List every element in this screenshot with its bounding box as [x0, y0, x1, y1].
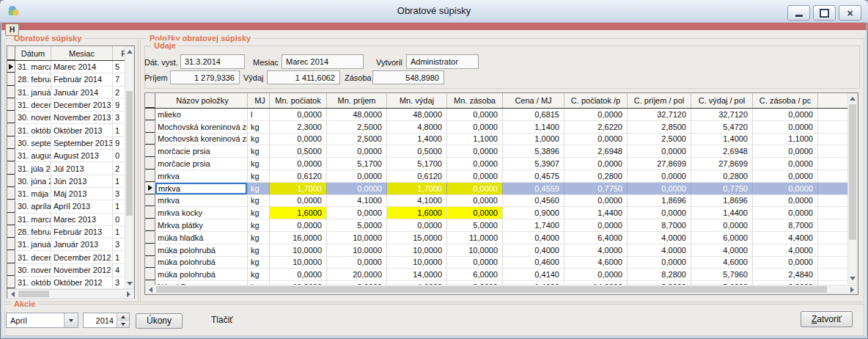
value-cell[interactable]: 4,0000 [628, 232, 691, 244]
value-cell[interactable]: 1,4400 [564, 207, 628, 219]
value-cell[interactable]: 5,0000 [327, 219, 387, 231]
item-name-cell[interactable]: Mochovská koreninová zmes [155, 134, 248, 145]
value-cell[interactable]: 10,0000 [327, 244, 387, 256]
value-cell[interactable]: 1,7400 [503, 219, 564, 231]
value-cell[interactable]: 0,0000 [447, 195, 503, 207]
value-cell[interactable]: 0,0000 [564, 219, 628, 231]
value-cell[interactable]: 1,1000 [753, 134, 818, 145]
table-row[interactable]: morčacie prsiakg0,50000,00000,50000,0000… [145, 145, 858, 158]
value-cell[interactable]: 5,1700 [387, 158, 447, 170]
value-cell[interactable]: 14,0000 [387, 269, 447, 280]
date-cell[interactable]: 30. novembra 2013 [15, 112, 51, 123]
prijem-field[interactable]: 1 279,9336 [170, 70, 240, 84]
value-cell[interactable]: 10,0000 [270, 257, 327, 269]
value-cell[interactable]: 2,5000 [327, 121, 387, 133]
value-cell[interactable]: 0,0000 [753, 121, 818, 133]
unit-cell[interactable]: kg [248, 232, 270, 244]
row-indicator-header[interactable] [145, 93, 155, 108]
row-selector-cell[interactable] [7, 137, 15, 149]
value-cell[interactable]: 0,0000 [270, 219, 327, 231]
value-cell[interactable]: 4,6000 [691, 257, 753, 269]
value-cell[interactable]: 0,0000 [628, 183, 691, 194]
date-cell[interactable]: 30. septembra 2013 [15, 137, 51, 149]
item-name-cell[interactable]: múka polohrubá [155, 257, 248, 269]
value-cell[interactable]: 0,7750 [691, 183, 753, 194]
value-cell[interactable]: 0,0000 [270, 158, 327, 170]
value-cell[interactable]: 0,0000 [564, 134, 628, 145]
unit-cell[interactable]: kg [248, 121, 270, 133]
scroll-right-arrow[interactable] [124, 290, 133, 298]
unit-cell[interactable]: kg [248, 183, 270, 194]
value-cell[interactable]: 1,4000 [691, 134, 753, 145]
value-cell[interactable]: 0,0000 [753, 195, 818, 207]
value-cell[interactable]: 0,0000 [564, 195, 628, 207]
value-cell[interactable]: 0,7750 [564, 183, 628, 194]
inline-cell-editor[interactable]: mrkva [155, 183, 247, 194]
value-cell[interactable]: 48,0000 [327, 109, 387, 120]
row-selector-cell[interactable] [145, 121, 155, 133]
value-cell[interactable]: 0,0000 [270, 109, 327, 120]
value-cell[interactable]: 0,0000 [691, 219, 753, 231]
unit-cell[interactable]: kg [248, 244, 270, 256]
date-cell[interactable]: 31. októbra 2012 [15, 277, 51, 288]
spin-up-button[interactable] [117, 313, 129, 321]
value-cell[interactable]: 1,6000 [270, 207, 327, 219]
value-cell[interactable]: 0,0000 [327, 207, 387, 219]
value-cell[interactable]: 27,8699 [691, 158, 753, 170]
value-cell[interactable]: 0,4559 [503, 183, 564, 194]
value-cell[interactable]: 16,0000 [270, 232, 327, 244]
table-row[interactable]: mrkva kockykg1,60000,00001,60000,00000,9… [145, 207, 858, 219]
value-cell[interactable]: 4,0000 [564, 244, 628, 256]
row-selector-cell[interactable] [7, 150, 15, 161]
value-cell[interactable]: 10,0000 [387, 257, 447, 269]
value-cell[interactable]: 0,0000 [628, 170, 691, 182]
date-cell[interactable]: 30. apríla 2013 [15, 200, 51, 212]
value-cell[interactable]: 1,8696 [691, 195, 753, 207]
mesiac-field[interactable]: Marec 2014 [282, 54, 364, 69]
unit-cell[interactable]: kg [248, 207, 270, 219]
list-item[interactable]: 30. novembra 2013November 20133 [7, 112, 134, 124]
spin-down-button[interactable] [117, 321, 129, 327]
table-row[interactable]: morčacie prsiakg0,00005,17005,17000,0000… [145, 158, 858, 170]
value-cell[interactable]: 0,0000 [447, 158, 503, 170]
row-selector-cell[interactable] [7, 87, 15, 98]
month-cell[interactable]: December 2012 [51, 251, 113, 263]
row-selector-cell[interactable] [7, 277, 15, 288]
value-cell[interactable]: 1,8696 [628, 195, 691, 207]
table-row[interactable]: mrkvakg1,70000,00001,70000,00000,45590,7… [145, 183, 858, 195]
value-cell[interactable]: 0,4000 [503, 244, 564, 256]
value-cell[interactable]: 11,0000 [447, 232, 503, 244]
value-cell[interactable]: 0,0000 [753, 109, 818, 120]
row-selector-cell[interactable] [145, 257, 155, 269]
list-item[interactable]: 28. februára 2013Február 20131 [7, 226, 134, 238]
zasoba-field[interactable]: 548,8980 [372, 70, 444, 84]
column-header[interactable]: Názov položky [155, 93, 248, 108]
value-cell[interactable]: 0,0000 [753, 257, 818, 269]
column-header[interactable]: Mn. výdaj [387, 93, 447, 108]
column-header[interactable]: Mn. zásoba [447, 93, 503, 108]
date-cell[interactable]: 31. decembra 2012 [15, 251, 51, 263]
value-cell[interactable]: 1,6000 [387, 207, 447, 219]
scrollbar-thumb[interactable] [849, 104, 856, 240]
month-cell[interactable]: Apríl 2013 [51, 200, 113, 212]
date-cell[interactable]: 30. novembra 2012 [15, 264, 51, 276]
month-cell[interactable]: Február 2014 [51, 73, 113, 85]
value-cell[interactable]: 4,1000 [387, 195, 447, 207]
list-item[interactable]: 31. marca 2014Marec 20145 [7, 61, 134, 73]
month-cell[interactable]: November 2012 [51, 264, 113, 276]
value-cell[interactable]: 48,0000 [387, 109, 447, 120]
value-cell[interactable]: 0,0000 [753, 158, 818, 170]
value-cell[interactable]: 0,0000 [628, 207, 691, 219]
value-cell[interactable]: 10,0000 [327, 232, 387, 244]
table-row[interactable]: Mochovská koreninová zmeskg2,30002,50004… [145, 121, 858, 134]
month-cell[interactable]: Január 2013 [51, 238, 113, 250]
year-spinner[interactable]: 2014 [83, 313, 130, 328]
row-selector-cell[interactable] [7, 188, 15, 200]
value-cell[interactable]: 0,6815 [503, 109, 564, 120]
list-item[interactable]: 31. januára 2014Január 20142 [7, 87, 134, 99]
value-cell[interactable]: 5,3896 [503, 145, 564, 157]
value-cell[interactable]: 0,6120 [387, 170, 447, 182]
list-item[interactable]: 31. decembra 2013December 20139 [7, 99, 134, 112]
date-cell[interactable]: 31. októbra 2013 [15, 124, 51, 136]
close-button[interactable]: × [839, 5, 861, 21]
